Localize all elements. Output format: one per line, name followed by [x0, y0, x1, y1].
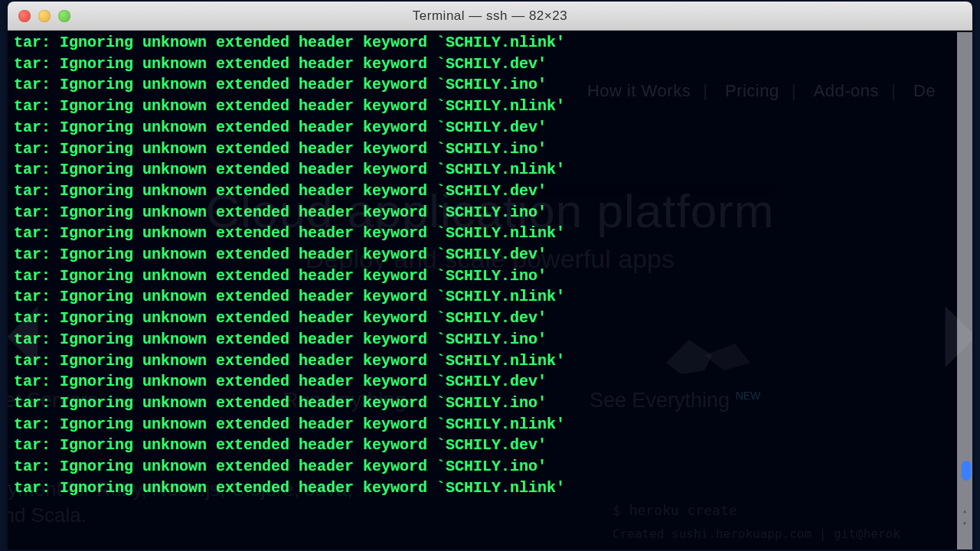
terminal-line: tar: Ignoring unknown extended header ke… [14, 202, 966, 223]
terminal-line: tar: Ignoring unknown extended header ke… [14, 456, 966, 478]
terminal-line: tar: Ignoring unknown extended header ke… [14, 286, 966, 308]
terminal-line: tar: Ignoring unknown extended header ke… [14, 371, 966, 393]
terminal-line: tar: Ignoring unknown extended header ke… [14, 96, 966, 117]
ghost-tagline: and Scala. [8, 504, 87, 527]
terminal-line: tar: Ignoring unknown extended header ke… [14, 223, 966, 244]
terminal-line: tar: Ignoring unknown extended header ke… [14, 139, 966, 160]
scrollbar[interactable]: ▴ ▾ [957, 32, 972, 549]
terminal-line: tar: Ignoring unknown extended header ke… [14, 435, 966, 456]
terminal-line: tar: Ignoring unknown extended header ke… [14, 329, 966, 350]
scroll-thumb[interactable] [962, 461, 971, 481]
close-icon[interactable] [18, 10, 31, 22]
terminal-line: tar: Ignoring unknown extended header ke… [14, 266, 966, 287]
ghost-cmd-line: Created sushi.herokuapp.com | git@herok [612, 527, 900, 541]
minimize-icon[interactable] [38, 10, 51, 22]
terminal-line: tar: Ignoring unknown extended header ke… [14, 159, 966, 181]
window-title: Terminal — ssh — 82×23 [15, 8, 965, 24]
terminal-line: tar: Ignoring unknown extended header ke… [14, 181, 966, 202]
terminal-line: tar: Ignoring unknown extended header ke… [14, 478, 966, 499]
titlebar[interactable]: Terminal — ssh — 82×23 [8, 2, 972, 31]
terminal-line: tar: Ignoring unknown extended header ke… [14, 393, 966, 414]
terminal-line: tar: Ignoring unknown extended header ke… [14, 308, 966, 329]
terminal-line: tar: Ignoring unknown extended header ke… [14, 414, 966, 435]
zoom-icon[interactable] [58, 10, 70, 22]
terminal-line: tar: Ignoring unknown extended header ke… [14, 117, 966, 139]
terminal-output: tar: Ignoring unknown extended header ke… [14, 32, 966, 498]
terminal-line: tar: Ignoring unknown extended header ke… [14, 54, 966, 75]
terminal-line: tar: Ignoring unknown extended header ke… [14, 74, 966, 96]
terminal-line: tar: Ignoring unknown extended header ke… [14, 244, 966, 266]
terminal-line: tar: Ignoring unknown extended header ke… [14, 32, 966, 54]
scroll-down-icon[interactable]: ▾ [960, 519, 969, 528]
scroll-up-icon[interactable]: ▴ [960, 507, 969, 516]
traffic-lights [18, 10, 70, 22]
ghost-cmd-line: $ heroku create [612, 502, 737, 518]
terminal-window: Terminal — ssh — 82×23 How it Works| Pri… [8, 2, 972, 549]
terminal-line: tar: Ignoring unknown extended header ke… [14, 350, 966, 372]
terminal-body[interactable]: How it Works| Pricing| Add-ons| De Cloud… [8, 31, 972, 549]
